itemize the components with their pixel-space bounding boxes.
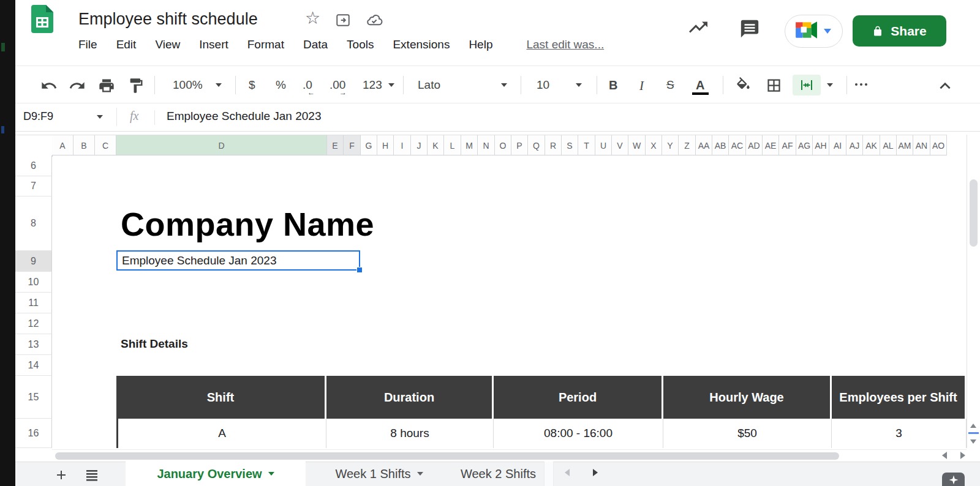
menu-data[interactable]: Data [303,38,328,51]
explore-button[interactable] [942,473,965,486]
italic-button[interactable]: I [639,78,644,94]
fill-handle[interactable] [356,267,363,273]
column-header-AN[interactable]: AN [913,135,930,155]
column-header-F[interactable]: F [344,135,361,155]
row-header-15[interactable]: 15 [15,376,52,419]
column-header-B[interactable]: B [74,135,95,155]
name-box-caret-icon[interactable] [97,115,103,119]
column-header-AJ[interactable]: AJ [846,135,863,155]
column-header-P[interactable]: P [511,135,528,155]
column-header-AB[interactable]: AB [712,135,729,155]
column-header-AM[interactable]: AM [897,135,913,155]
column-header-R[interactable]: R [545,135,562,155]
scroll-down-icon[interactable] [970,439,976,444]
borders-icon[interactable] [766,77,782,96]
column-header-AE[interactable]: AE [763,135,779,155]
table-header-cell[interactable]: Employees per Shift [832,376,967,419]
font-name-caret-icon[interactable] [501,83,507,87]
cloud-saved-icon[interactable] [365,12,383,31]
table-header-cell[interactable]: Duration [326,376,494,419]
format-percent-button[interactable]: % [276,78,286,92]
column-header-M[interactable]: M [461,135,478,155]
column-header-O[interactable]: O [495,135,511,155]
menu-tools[interactable]: Tools [347,38,374,51]
menu-help[interactable]: Help [469,38,492,51]
column-header-Q[interactable]: Q [528,135,545,155]
column-header-AD[interactable]: AD [746,135,763,155]
move-to-folder-icon[interactable] [334,12,352,31]
text-color-button[interactable]: A [696,78,704,92]
scroll-up-icon[interactable] [970,424,976,428]
last-edit-link[interactable]: Last edit was... [526,38,604,51]
row-header-6[interactable]: 6 [15,155,52,176]
format-currency-button[interactable]: $ [249,78,255,92]
undo-icon[interactable] [40,77,58,97]
menu-format[interactable]: Format [247,38,284,51]
zoom-select[interactable]: 100% [173,78,203,92]
column-header-AO[interactable]: AO [930,135,947,155]
tabs-scroll-right-icon[interactable] [593,469,598,476]
column-header-A[interactable]: A [52,135,74,155]
horizontal-scrollbar-thumb[interactable] [55,452,839,460]
comments-icon[interactable] [739,18,761,42]
scroll-right-icon[interactable] [960,452,965,459]
column-header-T[interactable]: T [578,135,595,155]
document-title[interactable]: Employee shift schedule [78,10,258,29]
font-size-select[interactable]: 10 [537,78,549,92]
row-header-7[interactable]: 7 [15,176,52,196]
more-toolbar-icon[interactable] [855,83,867,86]
font-name-select[interactable]: Lato [418,78,440,92]
share-button[interactable]: Share [853,15,946,47]
column-header-AG[interactable]: AG [796,135,813,155]
column-header-C[interactable]: C [95,135,116,155]
table-cell[interactable]: $50 [663,419,832,448]
column-header-AH[interactable]: AH [813,135,829,155]
column-header-J[interactable]: J [411,135,428,155]
table-header-cell[interactable]: Shift [116,376,326,419]
font-size-caret-icon[interactable] [576,83,582,87]
menu-extensions[interactable]: Extensions [393,38,450,51]
column-header-I[interactable]: I [394,135,411,155]
column-header-AK[interactable]: AK [863,135,880,155]
row-header-13[interactable]: 13 [15,334,52,355]
number-format-button[interactable]: 123 [363,78,382,92]
formula-input[interactable]: Employee Schedule Jan 2023 [167,110,321,123]
mini-scrollbar-thumb[interactable] [968,432,979,434]
row-header-14[interactable]: 14 [15,355,52,376]
name-box[interactable]: D9:F9 [23,110,53,123]
column-header-AC[interactable]: AC [729,135,746,155]
paint-format-icon[interactable] [127,77,145,97]
merge-caret-icon[interactable] [827,83,833,87]
bold-button[interactable]: B [609,78,617,92]
table-cell[interactable]: A [116,419,326,448]
sheet-tab-january-overview[interactable]: January Overview [126,462,306,486]
scroll-left-icon[interactable] [942,452,947,459]
insights-icon[interactable] [687,20,709,39]
sheet-tab-week-1-shifts[interactable]: Week 1 Shifts [306,462,453,486]
column-header-W[interactable]: W [628,135,646,155]
menu-edit[interactable]: Edit [116,38,137,51]
add-sheet-icon[interactable] [54,468,69,485]
table-cell[interactable]: 8 hours [326,419,494,448]
column-header-AA[interactable]: AA [696,135,712,155]
vertical-scrollbar-thumb[interactable] [970,179,978,247]
row-header-8[interactable]: 8 [15,196,52,251]
menu-view[interactable]: View [155,38,180,51]
column-header-G[interactable]: G [361,135,377,155]
table-cell[interactable]: 08:00 - 16:00 [494,419,663,448]
sheet-tab-caret-icon[interactable] [268,472,274,476]
number-format-caret-icon[interactable] [388,83,394,87]
star-icon[interactable]: ☆ [305,10,320,27]
redo-icon[interactable] [69,77,86,97]
column-header-E[interactable]: E [327,135,344,155]
sheet-tab-week-2-shifts[interactable]: Week 2 Shifts [453,462,544,486]
zoom-caret-icon[interactable] [216,83,222,87]
all-sheets-icon[interactable] [85,468,99,485]
row-header-12[interactable]: 12 [15,313,52,334]
table-header-cell[interactable]: Period [494,376,663,419]
column-header-N[interactable]: N [478,135,495,155]
column-header-K[interactable]: K [428,135,444,155]
column-header-AL[interactable]: AL [880,135,897,155]
row-header-10[interactable]: 10 [15,272,52,293]
column-header-V[interactable]: V [612,135,628,155]
